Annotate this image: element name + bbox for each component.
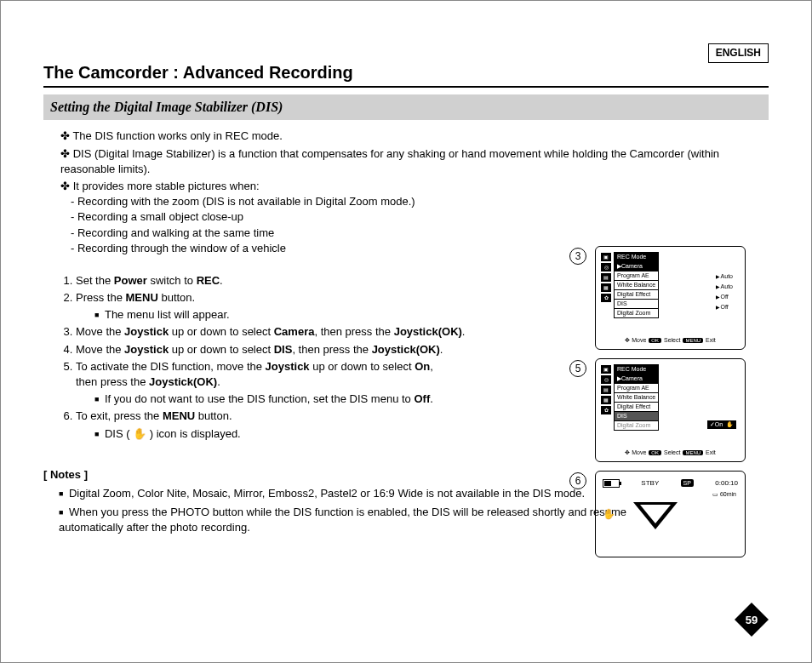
step-marker-5: 5 (569, 360, 586, 377)
menu-row: White Balance (615, 393, 659, 403)
lcd-screen-3: ▣ ◎ ▤ ▦ ✿ REC Mode ▶Camera Program AE Wh… (595, 246, 746, 350)
section-heading: Setting the Digital Image Stabilizer (DI… (43, 94, 769, 120)
value-column: Auto Auto Off Off (716, 271, 733, 312)
tape-remaining: ▭ 60min (712, 490, 736, 499)
menu-table: REC Mode ▶Camera Program AE White Balanc… (614, 252, 659, 318)
lcd-screen-5: ▣ ◎ ▤ ▦ ✿ REC Mode ▶Camera Program AE Wh… (595, 358, 746, 462)
description-list: The DIS function works only in REC mode.… (43, 129, 769, 256)
menu-row: Digital Effect (615, 290, 659, 300)
lcd-screen-6: STBY SP 0:00:10 ▭ 60min ✋ (595, 471, 746, 557)
language-badge: ENGLISH (708, 43, 769, 63)
step-marker-6: 6 (569, 472, 586, 489)
move-icon: ✥ (625, 449, 630, 455)
menu-row: Program AE (615, 384, 659, 393)
note-item: Digital Zoom, Color Nite, Mosaic, Mirror… (59, 486, 656, 501)
camera-icon: ▣ (601, 253, 611, 261)
viewfinder-triangle-inner (640, 505, 671, 523)
camera-icon: ▣ (601, 365, 611, 374)
menu-table: REC Mode ▶Camera Program AE White Balanc… (614, 364, 659, 431)
menu-row-dis: DIS (615, 412, 659, 421)
menu-pill: MENU (683, 338, 703, 343)
step-item: Press the MENU button. The menu list wil… (76, 290, 620, 323)
step-item: Set the Power switch to REC. (76, 273, 620, 289)
manual-page: ENGLISH The Camcorder : Advanced Recordi… (0, 0, 812, 663)
figure-3: 3 ▣ ◎ ▤ ▦ ✿ REC Mode ▶Camera Program AE … (595, 246, 774, 350)
desc-text: It provides more stable pictures when: (73, 180, 260, 192)
menu-pill: MENU (683, 450, 703, 455)
menu-row: Program AE (615, 271, 659, 281)
display-icon: ▦ (601, 283, 611, 292)
display-icon: ▦ (601, 396, 611, 404)
menu-row: White Balance (615, 281, 659, 290)
menu-icon-column: ▣ ◎ ▤ ▦ ✿ (601, 253, 611, 302)
step-item: To activate the DIS function, move the J… (76, 359, 620, 408)
menu-icon-column: ▣ ◎ ▤ ▦ ✿ (601, 365, 611, 414)
step-item: To exit, press the MENU button. DIS ( ✋ … (76, 409, 620, 441)
sp-badge: SP (681, 479, 694, 488)
stby-label: STBY (641, 478, 659, 488)
figure-5: 5 ▣ ◎ ▤ ▦ ✿ REC Mode ▶Camera Program AE … (595, 358, 774, 462)
step-item: Move the Joystick up or down to select C… (76, 324, 620, 340)
figure-6: 6 STBY SP 0:00:10 ▭ 60min ✋ (595, 471, 774, 557)
page-title: The Camcorder : Advanced Recording (43, 60, 769, 88)
time-counter: 0:00:10 (715, 478, 738, 488)
hand-icon: ✋ (133, 427, 146, 440)
step-item: Move the Joystick up or down to select D… (76, 342, 620, 357)
steps-list: Set the Power switch to REC. Press the M… (43, 273, 620, 442)
move-icon: ✥ (625, 337, 630, 343)
tape-icon: ◎ (601, 375, 611, 384)
hand-icon: ✋ (726, 421, 734, 427)
menu-row: Digital Zoom (615, 309, 659, 318)
menu-row: DIS (615, 300, 659, 309)
memory-icon: ▤ (601, 273, 611, 282)
step-subitem: DIS ( ✋ ) icon is displayed. (94, 426, 620, 442)
lcd-footer: ✥ Move OK Select MENU Exit (596, 336, 745, 345)
step-subitem: If you do not want to use the DIS functi… (94, 392, 620, 407)
menu-header: REC Mode (615, 253, 659, 262)
memory-icon: ▤ (601, 386, 611, 394)
dis-hand-icon: ✋ (603, 507, 615, 522)
notes-heading: [ Notes ] (43, 467, 656, 483)
desc-item: DIS (Digital Image Stabilizer) is a func… (60, 146, 769, 177)
menu-camera: ▶Camera (615, 374, 659, 384)
ok-pill: OK (649, 338, 661, 343)
step-subitem: The menu list will appear. (94, 307, 620, 323)
page-number: 59 (735, 613, 769, 628)
desc-subitem: Recording and walking at the same time (71, 226, 769, 241)
gear-icon: ✿ (601, 294, 611, 302)
lcd-footer: ✥ Move OK Select MENU Exit (596, 449, 745, 457)
on-label: ✓On ✋ (707, 420, 736, 429)
ok-pill: OK (649, 450, 661, 455)
menu-row: Digital Effect (615, 403, 659, 412)
step-marker-3: 3 (569, 248, 586, 265)
menu-row: Digital Zoom (615, 421, 659, 431)
menu-header: REC Mode (615, 365, 659, 374)
tape-icon: ▭ (712, 491, 718, 497)
desc-item: The DIS function works only in REC mode. (60, 129, 769, 144)
note-item: When you press the PHOTO button while th… (59, 505, 656, 535)
tape-icon: ◎ (601, 263, 611, 271)
notes-section: [ Notes ] Digital Zoom, Color Nite, Mosa… (43, 467, 656, 536)
figure-column: 3 ▣ ◎ ▤ ▦ ✿ REC Mode ▶Camera Program AE … (595, 246, 774, 566)
desc-item: It provides more stable pictures when: R… (60, 179, 769, 256)
gear-icon: ✿ (601, 406, 611, 414)
battery-icon (603, 479, 620, 488)
menu-camera: ▶Camera (615, 262, 659, 271)
notes-list: Digital Zoom, Color Nite, Mosaic, Mirror… (43, 486, 656, 536)
desc-subitem: Recording with the zoom (DIS is not avai… (71, 194, 769, 209)
page-number-badge: 59 (735, 603, 769, 637)
desc-subitem: Recording a small object close-up (71, 209, 769, 225)
off-label: Off (712, 412, 719, 420)
